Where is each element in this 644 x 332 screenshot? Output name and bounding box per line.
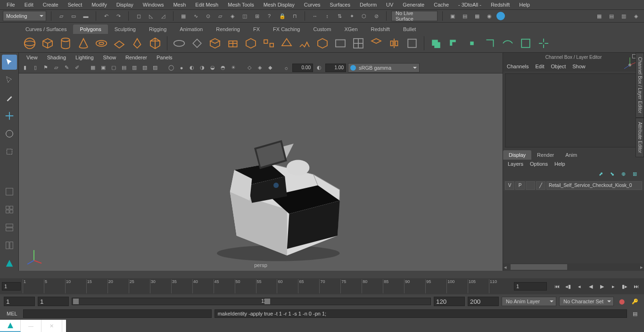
cb-tab-edit[interactable]: Edit xyxy=(535,64,544,69)
menu-surfaces[interactable]: Surfaces xyxy=(325,0,355,9)
snap-plane-icon[interactable]: ▱ xyxy=(215,11,225,21)
layer-move-down-icon[interactable]: ⬊ xyxy=(610,171,618,178)
poly-mirror-icon[interactable] xyxy=(387,36,401,50)
vp-gamma-value[interactable] xyxy=(325,64,346,72)
layer-move-up-icon[interactable]: ⬈ xyxy=(599,171,606,178)
snap-point-icon[interactable]: ⊙ xyxy=(203,11,213,21)
modeling-toolkit-icon[interactable]: ▤ xyxy=(606,11,617,21)
vp-textured-icon[interactable]: ◓ xyxy=(219,64,227,72)
step-fwd-frame-icon[interactable]: ▸ xyxy=(608,281,619,292)
dtab-render[interactable]: Render xyxy=(531,150,560,160)
scale-tool-icon[interactable] xyxy=(2,144,17,159)
poly-torus-icon[interactable] xyxy=(94,36,108,50)
poly-superellipse-icon[interactable] xyxy=(190,36,204,50)
vp-colorspace-selector[interactable]: sRGB gamma xyxy=(348,63,420,73)
poly-gear-icon[interactable] xyxy=(262,36,276,50)
bool-union-icon[interactable] xyxy=(429,36,443,50)
bool-intersect-icon[interactable] xyxy=(465,36,479,50)
menu-curves[interactable]: Curves xyxy=(299,0,325,9)
timeline-start-frame[interactable]: 1 xyxy=(2,282,21,291)
menu-select[interactable]: Select xyxy=(63,0,87,9)
menu-mesh-display[interactable]: Mesh Display xyxy=(259,0,299,9)
poly-cylinder-icon[interactable] xyxy=(58,36,73,50)
display-layer-row[interactable]: V P ╱ Retail_Self_Service_Checkout_Kiosk… xyxy=(503,180,644,191)
menu-generate[interactable]: Generate xyxy=(398,0,429,9)
poly-reduce-icon[interactable] xyxy=(369,36,383,50)
taskbar-close-icon[interactable]: ✕ xyxy=(41,320,62,332)
vp-use-lights-icon[interactable]: ◐ xyxy=(188,64,196,72)
toolbox-icon[interactable]: ▦ xyxy=(594,11,604,21)
vp-field-chart-icon[interactable]: ▥ xyxy=(130,64,139,72)
vmenu-panels[interactable]: Panels xyxy=(152,54,177,61)
command-input[interactable] xyxy=(23,309,212,318)
render-settings-icon[interactable]: ▦ xyxy=(472,11,482,21)
live-surface-selector[interactable]: No Live Surface xyxy=(391,11,438,21)
layer-new-selected-icon[interactable]: ⊞ xyxy=(633,171,640,178)
menu-edit[interactable]: Edit xyxy=(20,0,38,9)
poly-combine-icon[interactable] xyxy=(315,36,330,50)
shelf-tab-rigging[interactable]: Rigging xyxy=(142,24,173,34)
vmenu-shading[interactable]: Shading xyxy=(42,54,71,61)
layer-menu-help[interactable]: Help xyxy=(554,161,565,168)
range-end-field[interactable] xyxy=(468,297,499,306)
menu-3dtoall[interactable]: - 3DtoAll - xyxy=(454,0,486,9)
go-to-end-icon[interactable]: ⏭ xyxy=(631,281,641,292)
lasso-mode-icon[interactable]: ◺ xyxy=(146,11,156,21)
layer-scrollbar[interactable]: ◂▸ xyxy=(503,263,644,271)
timeline-current-frame[interactable]: 1 xyxy=(514,282,547,291)
cb-tab-show[interactable]: Show xyxy=(572,64,586,69)
auto-key-icon[interactable]: ⬤ xyxy=(617,296,627,307)
vp-grid-icon[interactable]: ▦ xyxy=(89,64,97,72)
menu-file[interactable]: File xyxy=(2,0,20,9)
step-fwd-key-icon[interactable]: ▮▸ xyxy=(619,281,630,292)
taskbar-maya-icon[interactable] xyxy=(0,320,21,332)
anim-layer-selector[interactable]: No Anim Layer xyxy=(502,297,556,306)
move-tool-icon[interactable] xyxy=(2,108,17,123)
time-slider-track[interactable]: 1510152025303540455055606570758085909510… xyxy=(23,279,510,293)
cb-tab-object[interactable]: Object xyxy=(551,64,566,69)
shelf-tab-polygons[interactable]: Polygons xyxy=(73,24,107,34)
workspace-selector[interactable]: Modeling xyxy=(3,11,46,21)
set-key-icon[interactable]: 🔑 xyxy=(630,296,640,307)
poly-cube-icon[interactable] xyxy=(41,36,55,50)
layout-twoV-icon[interactable] xyxy=(2,238,17,253)
shelf-tab-bullet[interactable]: Bullet xyxy=(396,24,423,34)
side-tab-channel-box[interactable]: Channel Box / Layer Editor xyxy=(636,53,644,118)
range-inner-start-field[interactable] xyxy=(38,297,69,306)
step-back-key-icon[interactable]: ◂▮ xyxy=(563,281,573,292)
poly-svg-icon[interactable] xyxy=(297,36,312,50)
render-active-icon[interactable] xyxy=(496,12,505,20)
vp-film-gate-icon[interactable]: ▣ xyxy=(99,64,107,72)
poly-prism-icon[interactable] xyxy=(208,36,222,50)
vp-use-all-lights-icon[interactable]: ☀ xyxy=(229,64,238,72)
layout-single-icon[interactable] xyxy=(2,184,17,199)
vp-resolution-gate-icon[interactable]: ▢ xyxy=(109,64,118,72)
vp-smooth-shade-icon[interactable]: ● xyxy=(177,64,186,72)
taskbar-minimize-icon[interactable]: — xyxy=(21,320,41,332)
lock-icon[interactable]: 🔒 xyxy=(277,11,288,21)
vmenu-view[interactable]: View xyxy=(22,54,42,61)
side-tab-attribute-editor[interactable]: Attribute Editor xyxy=(636,118,644,157)
script-editor-icon[interactable]: ▤ xyxy=(630,308,640,319)
menu-windows[interactable]: Windows xyxy=(138,0,169,9)
vp-safe-action-icon[interactable]: ▧ xyxy=(140,64,149,72)
vp-gate-mask-icon[interactable]: ▤ xyxy=(120,64,128,72)
poly-soccerball-icon[interactable] xyxy=(280,36,294,50)
layer-visibility-toggle[interactable]: V xyxy=(505,181,514,190)
vp-lock-camera-icon[interactable]: ▯ xyxy=(31,64,40,72)
layer-display-type[interactable]: ╱ xyxy=(536,181,545,190)
viewport-canvas[interactable]: persp xyxy=(19,73,503,271)
poly-disc-icon[interactable] xyxy=(130,36,144,50)
layout-four-icon[interactable] xyxy=(2,202,17,217)
shelf-tab-fx[interactable]: FX xyxy=(247,24,266,34)
poly-helix-icon[interactable] xyxy=(244,36,258,50)
vp-gamma-icon[interactable]: ◐ xyxy=(315,64,323,72)
menu-mesh[interactable]: Mesh xyxy=(168,0,190,9)
vp-xray-icon[interactable]: ◈ xyxy=(256,64,264,72)
vp-exposure-icon[interactable]: ☼ xyxy=(282,64,290,72)
poly-pipe-icon[interactable] xyxy=(226,36,240,50)
menu-uv[interactable]: UV xyxy=(381,0,398,9)
menu-cache[interactable]: Cache xyxy=(429,0,454,9)
menu-help[interactable]: Help xyxy=(514,0,535,9)
sym-topo-icon[interactable]: ⬡ xyxy=(359,11,369,21)
